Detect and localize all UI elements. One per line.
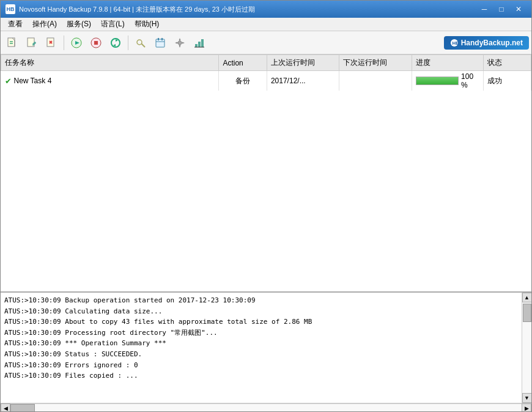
run-button[interactable] — [67, 34, 86, 52]
toolbar-separator-2 — [128, 36, 128, 50]
task-next-run-cell — [339, 71, 412, 91]
col-header-action[interactable]: Action — [219, 55, 267, 71]
log-scrollbar: ▲ ▼ — [522, 293, 531, 403]
log-line: ATUS:>10:30:09 Files copied : ... — [4, 370, 518, 381]
col-header-status[interactable]: 状态 — [483, 55, 531, 71]
svg-line-14 — [141, 43, 145, 47]
h-scroll-track — [10, 403, 522, 412]
task-tbody: ✔New Task 4备份2017/12/... 100 % 成功 — [1, 71, 531, 91]
svg-point-19 — [178, 41, 182, 45]
menu-view[interactable]: 查看 — [3, 18, 28, 31]
log-line: ATUS:>10:30:09 About to copy 43 files wi… — [4, 316, 518, 328]
table-header-row: 任务名称 Action 上次运行时间 下次运行时间 进度 状态 — [1, 55, 531, 71]
svg-rect-21 — [198, 42, 201, 47]
menu-operation[interactable]: 操作(A) — [28, 18, 62, 31]
log-line: ATUS:>10:30:09 Processing root directory… — [4, 328, 518, 339]
delete-task-button[interactable] — [42, 34, 61, 52]
task-last-run-cell: 2017/12/... — [267, 71, 339, 91]
menu-bar: 查看 操作(A) 服务(S) 语言(L) 帮助(H) — [1, 18, 531, 31]
svg-text:HB: HB — [452, 40, 459, 46]
scroll-left-button[interactable]: ◀ — [1, 403, 10, 413]
handybackup-logo: HB HandyBackup.net — [444, 36, 529, 50]
svg-rect-20 — [195, 44, 198, 47]
settings-button[interactable] — [171, 34, 189, 52]
table-row[interactable]: ✔New Task 4备份2017/12/... 100 % 成功 — [1, 71, 531, 91]
progress-bar-fill — [416, 77, 458, 84]
log-line: ATUS:>10:30:09 Errors ignored : 0 — [4, 360, 518, 371]
log-line: ATUS:>10:30:09 Calculating data size... — [4, 306, 518, 317]
scroll-up-button[interactable]: ▲ — [522, 293, 532, 302]
scroll-thumb[interactable] — [523, 304, 531, 322]
toolbar-left — [3, 34, 209, 52]
progress-text: 100 % — [461, 72, 479, 89]
menu-language[interactable]: 语言(L) — [96, 18, 130, 31]
task-status-icon: ✔ — [5, 77, 12, 86]
title-bar-controls: ─ □ ✕ — [476, 3, 526, 15]
title-bar-text: Novosoft Handy Backup 7.9.8 | 64-bit | 未… — [19, 5, 255, 14]
edit-task-button[interactable] — [23, 34, 41, 52]
task-name-cell: ✔New Task 4 — [1, 71, 219, 91]
scroll-right-button[interactable]: ▶ — [522, 403, 531, 413]
main-area: 任务名称 Action 上次运行时间 下次运行时间 进度 状态 ✔New Tas… — [1, 54, 531, 412]
chart-button[interactable] — [190, 34, 209, 52]
menu-service[interactable]: 服务(S) — [62, 18, 96, 31]
title-bar: HB Novosoft Handy Backup 7.9.8 | 64-bit … — [1, 1, 531, 18]
task-status-cell: 成功 — [483, 71, 531, 91]
task-table: 任务名称 Action 上次运行时间 下次运行时间 进度 状态 ✔New Tas… — [1, 54, 531, 91]
task-table-area: 任务名称 Action 上次运行时间 下次运行时间 进度 状态 ✔New Tas… — [1, 54, 531, 293]
menu-help[interactable]: 帮助(H) — [130, 18, 164, 31]
svg-rect-22 — [201, 39, 204, 47]
toolbar: HB HandyBackup.net — [1, 31, 531, 54]
col-header-last-run[interactable]: 上次运行时间 — [267, 55, 339, 71]
col-header-name[interactable]: 任务名称 — [1, 55, 219, 71]
scroll-down-button[interactable]: ▼ — [522, 393, 532, 403]
key-button[interactable] — [131, 34, 150, 52]
svg-rect-15 — [156, 39, 164, 47]
schedule-button[interactable] — [151, 34, 169, 52]
log-scroll-wrapper: ATUS:>10:30:09 Backup operation started … — [1, 293, 531, 403]
close-button[interactable]: ✕ — [511, 3, 526, 15]
toolbar-separator-1 — [64, 36, 64, 50]
title-bar-left: HB Novosoft Handy Backup 7.9.8 | 64-bit … — [6, 4, 255, 14]
h-scroll-thumb[interactable] — [10, 404, 35, 412]
task-action-cell: 备份 — [219, 71, 267, 91]
stop-button[interactable] — [87, 34, 105, 52]
log-line: ATUS:>10:30:09 Backup operation started … — [4, 295, 518, 306]
log-content: ATUS:>10:30:09 Backup operation started … — [1, 293, 522, 403]
app-icon: HB — [6, 4, 15, 14]
col-header-next-run[interactable]: 下次运行时间 — [339, 55, 412, 71]
log-line: ATUS:>10:30:09 *** Operation Summary *** — [4, 338, 518, 349]
restore-button[interactable] — [106, 34, 125, 52]
log-line: ATUS:>10:30:09 Status : SUCCEEDED. — [4, 349, 518, 360]
svg-rect-11 — [94, 41, 98, 45]
minimize-button[interactable]: ─ — [476, 3, 492, 15]
progress-bar — [416, 77, 459, 85]
new-task-button[interactable] — [3, 34, 21, 52]
scroll-track — [522, 302, 531, 393]
task-name-label: New Task 4 — [14, 77, 52, 85]
task-progress-cell: 100 % — [412, 71, 483, 91]
horizontal-scrollbar: ◀ ▶ — [1, 403, 531, 412]
maximize-button[interactable]: □ — [493, 3, 509, 15]
col-header-progress[interactable]: 进度 — [412, 55, 483, 71]
